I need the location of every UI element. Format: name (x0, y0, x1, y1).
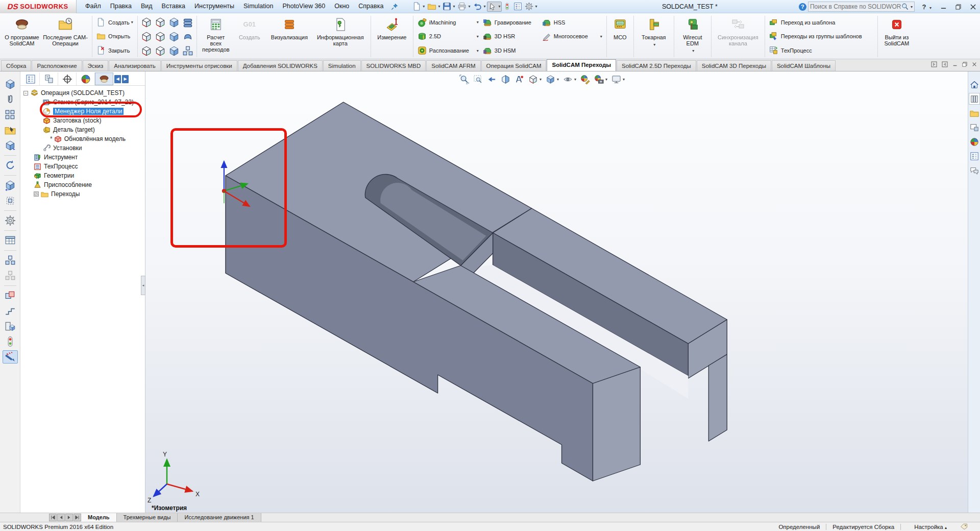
simulation-button[interactable]: Визуализация (266, 14, 312, 59)
view-preset-icon[interactable] (181, 44, 194, 58)
view-preset-icon[interactable] (181, 15, 194, 29)
hss-button[interactable]: HSS (540, 16, 604, 29)
smart-fasteners-icon[interactable] (3, 93, 18, 106)
view-preset-icon[interactable] (167, 30, 181, 43)
imachining-button[interactable]: iMachining▾ (415, 16, 481, 29)
hsm-3d-button[interactable]: 3D HSM (481, 44, 540, 57)
panel-tab-scroll-right-icon[interactable]: ▶ (122, 75, 129, 83)
design-library-icon[interactable] (969, 93, 980, 105)
operations-checkbox[interactable] (34, 191, 39, 197)
tab-3d-views[interactable]: Трехмерные виды (117, 513, 178, 522)
tab-layout[interactable]: Расположение (32, 60, 82, 71)
tab-evaluate[interactable]: Анализировать (109, 60, 160, 71)
display-style-icon[interactable]: ▾ (544, 74, 560, 85)
engraving-button[interactable]: Гравирование (481, 16, 540, 29)
dock-left-icon[interactable] (931, 61, 937, 67)
menu-edit[interactable]: Правка (106, 0, 136, 13)
search-input[interactable] (810, 3, 901, 10)
annotation-view-icon[interactable] (513, 74, 526, 85)
display-settings-list-icon[interactable] (512, 2, 523, 11)
tree-row-updated-model[interactable]: * Обновлённая модель (20, 134, 145, 143)
zoom-area-icon[interactable] (472, 74, 484, 85)
tab-solidcam-afrm[interactable]: SolidCAM AFRM (426, 60, 480, 71)
open-button[interactable]: Открыть (94, 30, 135, 42)
turning-button[interactable]: Токарная▾ (636, 14, 672, 59)
recognition-button[interactable]: Распознавание▾ (415, 44, 481, 57)
solidcam-manager-tab[interactable] (95, 73, 113, 85)
tag-icon[interactable] (960, 523, 968, 530)
view-palette-icon[interactable] (969, 122, 980, 133)
menu-tools[interactable]: Инструменты (190, 0, 239, 13)
doc-close-icon[interactable] (972, 62, 977, 67)
tree-row-techprocess[interactable]: ТехПроцесс (20, 162, 145, 171)
rotate-component-icon[interactable] (3, 159, 18, 172)
new-document-icon[interactable]: ▾ (411, 2, 426, 11)
tree-row-coordsys-manager[interactable]: Менеджер Ноля детали (20, 107, 145, 116)
tab-solidworks-addins[interactable]: Добавления SOLIDWORKS (238, 60, 323, 71)
edit-component-icon[interactable] (3, 124, 18, 137)
select-cursor-icon[interactable]: ▾ (487, 2, 502, 12)
help-menu-icon[interactable]: ? ▾ (920, 3, 934, 11)
view-preset-icon[interactable] (167, 44, 181, 58)
replace-component-icon[interactable] (3, 179, 18, 192)
tree-row-operation-root[interactable]: − Операция (SOLDCAM_TEST) (20, 88, 145, 98)
view-preset-icon[interactable] (181, 30, 194, 43)
view-orientation-icon[interactable]: ▾ (527, 74, 543, 85)
panel-tab-scroll-left-icon[interactable]: ◀ (114, 75, 121, 83)
view-preset-icon[interactable] (140, 44, 153, 58)
menu-photoview[interactable]: PhotoView 360 (278, 0, 330, 13)
tree-row-machine[interactable]: Станок (Барис_2014_07_22) (20, 98, 145, 107)
prev-tab-icon[interactable] (57, 514, 65, 521)
pin-menu-icon[interactable] (391, 3, 398, 10)
appearances-icon[interactable] (969, 136, 980, 148)
apply-scene-icon[interactable]: ▾ (593, 74, 609, 85)
minimize-icon[interactable] (939, 4, 948, 10)
mill-25d-button[interactable]: 2.5D▾ (415, 30, 481, 42)
graphics-viewport[interactable]: ▾ ▾ ▾ ▾ ▾ (145, 71, 968, 513)
performance-evaluation-icon[interactable] (3, 335, 18, 348)
tab-solidcam-25d[interactable]: SolidCAM 2.5D Переходы (617, 60, 696, 71)
menu-help[interactable]: Справка (354, 0, 388, 13)
wirecut-edm-button[interactable]: Wirecut EDM▾ (676, 14, 709, 59)
previous-view-icon[interactable] (485, 74, 498, 85)
tab-solidcam-3d[interactable]: SolidCAM 3D Переходы (697, 60, 771, 71)
tab-solidcam-templates[interactable]: SolidCAM Шаблоны (772, 60, 836, 71)
exit-solidcam-button[interactable]: Выйти из SolidCAM (880, 14, 914, 59)
tab-motion-study[interactable]: Исследование движения 1 (178, 513, 261, 522)
tree-row-operations-folder[interactable]: Переходы (20, 189, 145, 199)
menu-insert[interactable]: Вставка (157, 0, 190, 13)
tab-solidworks-mbd[interactable]: SOLIDWORKS MBD (361, 60, 426, 71)
first-tab-icon[interactable] (49, 514, 57, 521)
file-explorer-icon[interactable] (969, 107, 980, 119)
section-view-icon[interactable] (499, 74, 512, 85)
property-manager-tab[interactable] (40, 73, 58, 85)
hsr-3d-button[interactable]: 3D HSR (481, 30, 540, 42)
techprocess-button[interactable]: ТехПроцесс (767, 44, 875, 57)
restore-icon[interactable] (953, 4, 963, 10)
menu-simulation[interactable]: Simulation (239, 0, 278, 13)
tree-row-geometries[interactable]: Геометрии (20, 171, 145, 180)
assembly-features-icon[interactable] (3, 320, 18, 333)
menu-file[interactable]: Файл (81, 0, 106, 13)
smart-components-icon[interactable] (3, 214, 18, 227)
tree-row-tool[interactable]: Инструмент (20, 153, 145, 162)
view-preset-icon[interactable] (154, 15, 167, 29)
multiaxis-button[interactable]: Многоосевое▾ (540, 30, 604, 42)
measure-button[interactable]: Измерение (373, 14, 411, 59)
tree-row-settings[interactable]: Установки (20, 143, 145, 153)
dock-right-icon[interactable] (942, 61, 948, 67)
component-pattern-icon[interactable] (3, 108, 18, 122)
operations-from-template-group-button[interactable]: Переходы из группы шаблонов (767, 30, 875, 42)
tree-row-target[interactable]: Деталь (target) (20, 125, 145, 134)
options-gear-icon[interactable]: ▾ (524, 2, 538, 11)
tab-solidcam-operations[interactable]: SolidCAM Переходы (547, 59, 616, 71)
tab-simulation[interactable]: Simulation (323, 60, 361, 71)
measure-icon[interactable] (3, 350, 18, 364)
save-icon[interactable]: ▾ (442, 2, 456, 11)
edit-appearance-icon[interactable] (579, 74, 592, 85)
show-hidden-components-icon[interactable] (3, 194, 18, 207)
view-preset-icon[interactable] (154, 30, 167, 43)
menu-view[interactable]: Вид (136, 0, 157, 13)
custom-toolbar-label[interactable]: Настройка ▴ (901, 524, 960, 530)
solidworks-forum-icon[interactable] (969, 164, 980, 176)
